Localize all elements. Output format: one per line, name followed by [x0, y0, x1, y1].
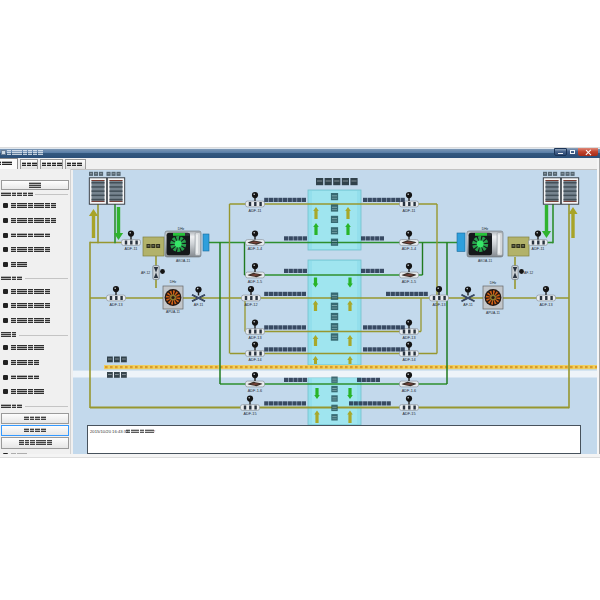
svg-text:ADF-14: ADF-14	[402, 358, 415, 362]
svg-text:ADF-15: ADF-15	[243, 412, 256, 416]
svg-text:AF-11: AF-11	[463, 303, 473, 307]
svg-text:ADF-1-6: ADF-1-6	[401, 389, 415, 393]
svg-text:AF-12: AF-12	[524, 271, 533, 275]
svg-text:ADF-11: ADF-11	[248, 209, 261, 213]
svg-text:ADF-15: ADF-15	[402, 412, 415, 416]
svg-text:ADF-1-4: ADF-1-4	[401, 247, 415, 251]
svg-text:ADF-1-4: ADF-1-4	[247, 247, 261, 251]
svg-text:ADF-1-5: ADF-1-5	[247, 280, 261, 284]
svg-text:ADF-11: ADF-11	[124, 247, 137, 251]
svg-text:ADF-13: ADF-13	[539, 303, 552, 307]
svg-text:DHz: DHz	[169, 280, 176, 284]
svg-text:ADF-13: ADF-13	[432, 303, 445, 307]
svg-text:ADF-13: ADF-13	[248, 336, 261, 340]
svg-text:DHz: DHz	[177, 227, 184, 231]
svg-text:ADF-1-5: ADF-1-5	[401, 280, 415, 284]
svg-text:AKOA-11: AKOA-11	[175, 259, 189, 263]
svg-text:DHz: DHz	[481, 227, 488, 231]
svg-text:ADF-13: ADF-13	[109, 303, 122, 307]
svg-text:ADF-14: ADF-14	[248, 358, 261, 362]
svg-text:ADF-12: ADF-12	[244, 303, 257, 307]
svg-text:APUA-11: APUA-11	[166, 310, 180, 314]
svg-text:ADF-13: ADF-13	[402, 336, 415, 340]
svg-text:AKOA-11: AKOA-11	[477, 259, 491, 263]
svg-text:ADF-11: ADF-11	[531, 247, 544, 251]
svg-text:ADF-1-6: ADF-1-6	[247, 389, 261, 393]
svg-text:AF-12: AF-12	[141, 271, 150, 275]
svg-text:ADF-11: ADF-11	[402, 209, 415, 213]
svg-text:DHz: DHz	[489, 281, 496, 285]
svg-text:APUA-11: APUA-11	[486, 311, 500, 315]
svg-text:AF-11: AF-11	[193, 303, 203, 307]
